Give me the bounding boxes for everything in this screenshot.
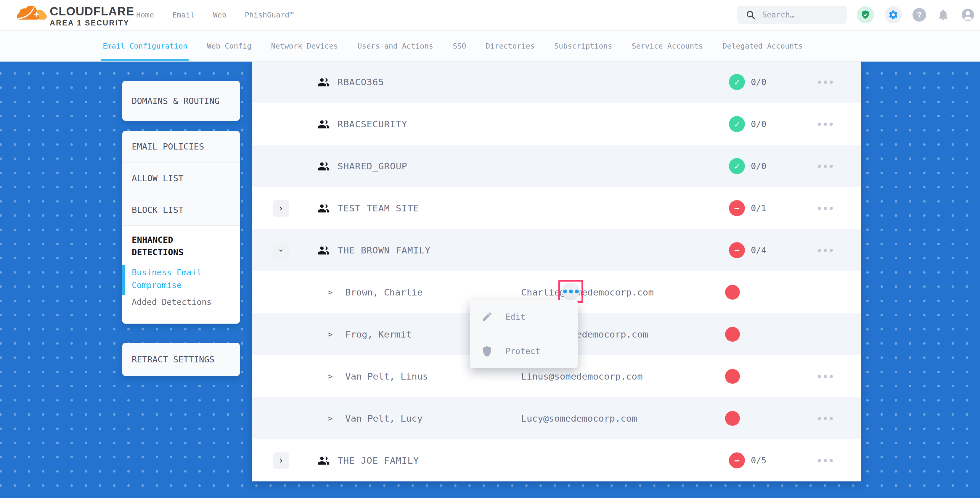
search-input[interactable] (762, 10, 837, 19)
tab-delegated-accounts[interactable]: Delegated Accounts (722, 31, 803, 61)
sidebar-item-domains-routing[interactable]: DOMAINS & ROUTING (122, 81, 240, 121)
sidebar-enhanced-detections-section: ENHANCED DETECTIONS Business Email Compr… (122, 226, 240, 324)
group-name: SHARED_GROUP (337, 145, 407, 187)
sidebar-item-added-detections[interactable]: Added Detections (132, 297, 231, 307)
menu-item-label: Protect (505, 347, 540, 356)
search-box[interactable] (737, 6, 847, 24)
nav-web[interactable]: Web (213, 11, 226, 19)
collapse-chevron-button[interactable]: › (273, 242, 289, 259)
minus-icon: − (729, 452, 745, 468)
expand-chevron-button[interactable]: › (273, 452, 289, 469)
sidebar-label: ALLOW LIST (132, 173, 184, 183)
nav-phishguard[interactable]: PhishGuard™ (245, 11, 294, 19)
group-people-icon (317, 202, 331, 215)
row-menu-button[interactable] (813, 187, 837, 229)
row-menu-button[interactable] (813, 229, 837, 271)
row-menu-button[interactable] (813, 397, 837, 439)
account-avatar-icon[interactable] (961, 7, 975, 22)
workspace-background: DOMAINS & ROUTING EMAIL POLICIES ALLOW L… (0, 61, 980, 498)
menu-item-protect[interactable]: Protect (470, 334, 578, 368)
tab-subscriptions[interactable]: Subscriptions (554, 31, 612, 61)
sidebar-label: BLOCK LIST (132, 205, 184, 215)
sidebar-item-retract-settings[interactable]: RETRACT SETTINGS (122, 343, 240, 376)
protection-shield-check-icon[interactable] (857, 6, 874, 23)
tab-directories[interactable]: Directories (485, 31, 535, 61)
tab-users-and-actions[interactable]: Users and Actions (357, 31, 433, 61)
table-row: > Van Pelt, Lucy Lucy@somedemocorp.com (252, 397, 861, 439)
status-badge: ✓ 0/0 (729, 145, 766, 187)
top-nav: Home Email Web PhishGuard™ (136, 0, 294, 30)
table-row: RBACO365 ✓ 0/0 (252, 61, 861, 103)
nav-home[interactable]: Home (136, 11, 154, 19)
minus-icon: − (729, 200, 745, 216)
menu-item-label: Edit (505, 312, 525, 322)
protected-count: 0/0 (751, 77, 766, 87)
tab-sso[interactable]: SSO (453, 31, 466, 61)
group-people-icon (317, 454, 331, 468)
sidebar-label: Added Detections (132, 297, 212, 307)
row-menu-button[interactable] (813, 103, 837, 145)
sidebar-label: Business Email Compromise (132, 268, 202, 290)
unprotected-dot (725, 411, 740, 426)
user-name: Van Pelt, Linus (345, 355, 428, 397)
nav-email[interactable]: Email (172, 11, 194, 19)
help-icon[interactable]: ? (913, 8, 926, 22)
cloudflare-logo-icon (15, 3, 48, 27)
table-row: › THE JOE FAMILY − 0/5 (252, 439, 861, 481)
child-caret-icon: > (328, 271, 332, 313)
tab-network-devices[interactable]: Network Devices (271, 31, 338, 61)
row-menu-button-active[interactable] (562, 282, 580, 300)
active-indicator-bar (122, 265, 125, 295)
notifications-bell-icon[interactable] (937, 8, 950, 21)
group-name: TEST TEAM SITE (337, 187, 419, 229)
table-row: RBACSECURITY ✓ 0/0 (252, 103, 861, 145)
sidebar-item-email-policies[interactable]: EMAIL POLICIES (122, 131, 240, 162)
check-icon: ✓ (729, 116, 745, 132)
menu-item-edit[interactable]: Edit (470, 300, 578, 334)
row-menu-button[interactable] (813, 439, 837, 481)
protected-count: 0/0 (751, 119, 766, 129)
user-name: Van Pelt, Lucy (345, 397, 423, 439)
status-badge: − 0/4 (729, 229, 766, 271)
row-menu-button[interactable] (813, 61, 837, 103)
sidebar-policies-card: EMAIL POLICIES ALLOW LIST BLOCK LIST ENH… (122, 131, 240, 324)
sidebar-item-allow-list[interactable]: ALLOW LIST (122, 162, 240, 194)
unprotected-dot (725, 369, 740, 384)
groups-table: RBACO365 ✓ 0/0 RBACSECURITY ✓ 0/0 SH (252, 61, 861, 481)
tab-service-accounts[interactable]: Service Accounts (632, 31, 703, 61)
section-tabbar: Email Configuration Web Config Network D… (0, 31, 980, 62)
enhanced-detections-heading: ENHANCED DETECTIONS (132, 234, 209, 258)
tab-email-configuration[interactable]: Email Configuration (103, 31, 188, 61)
unprotected-dot (725, 327, 740, 342)
settings-gear-icon[interactable] (885, 6, 902, 23)
sidebar-label: EMAIL POLICIES (132, 142, 204, 151)
table-row: › THE BROWN FAMILY − 0/4 (252, 229, 861, 271)
protected-count: 0/4 (751, 245, 766, 255)
status-badge: ✓ 0/0 (729, 103, 766, 145)
protected-count: 0/0 (751, 161, 766, 171)
tab-web-config[interactable]: Web Config (207, 31, 252, 61)
user-name: Brown, Charlie (345, 271, 423, 313)
status-badge: − 0/1 (729, 187, 766, 229)
group-name: RBACSECURITY (337, 103, 407, 145)
child-caret-icon: > (328, 355, 332, 397)
row-menu-button[interactable] (813, 355, 837, 397)
sidebar-item-business-email-compromise[interactable]: Business Email Compromise (132, 266, 203, 292)
sidebar-item-block-list[interactable]: BLOCK LIST (122, 194, 240, 226)
group-people-icon (317, 118, 331, 131)
table-row: SHARED_GROUP ✓ 0/0 (252, 145, 861, 187)
brand-wordmark: CLOUDFLARE AREA 1 SECURITY (50, 5, 134, 27)
highlight-outline (558, 280, 583, 303)
group-people-icon (317, 75, 331, 89)
search-icon (746, 10, 756, 20)
child-caret-icon: > (328, 313, 332, 355)
group-name: THE JOE FAMILY (337, 439, 419, 481)
row-menu-button[interactable] (813, 145, 837, 187)
child-caret-icon: > (328, 397, 332, 439)
shield-icon (481, 345, 493, 357)
sidebar-label: DOMAINS & ROUTING (132, 96, 220, 106)
brand-line1: CLOUDFLARE (50, 5, 134, 17)
table-row: › TEST TEAM SITE − 0/1 (252, 187, 861, 229)
header-status-icons: ? (857, 0, 975, 30)
expand-chevron-button[interactable]: › (273, 200, 289, 217)
